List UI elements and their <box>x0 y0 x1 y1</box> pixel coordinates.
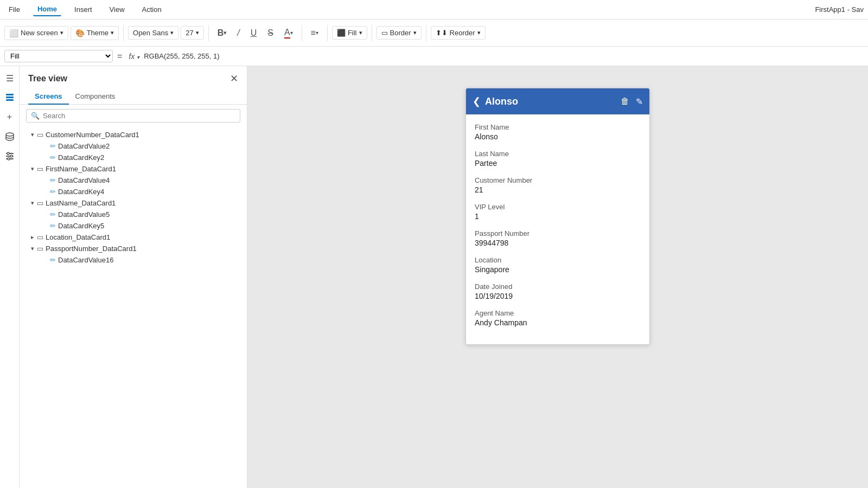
font-size-button[interactable]: 27 ▾ <box>181 26 203 40</box>
tab-components[interactable]: Components <box>69 89 122 105</box>
bold-button[interactable]: B ▾ <box>213 26 231 40</box>
tree-node-dcv4[interactable]: ✏ DataCardValue4 <box>20 175 247 186</box>
menu-item-file[interactable]: File <box>4 3 24 16</box>
tree-node-dcv5[interactable]: ✏ DataCardValue5 <box>20 209 247 220</box>
align-button[interactable]: ≡ ▾ <box>307 26 323 40</box>
child-icon-dck5: ✏ <box>50 222 56 230</box>
formula-bar: Fill = fx ▾ <box>0 47 868 66</box>
tree-node-passport[interactable]: ▾ ▭ PassportNumber_DataCard1 <box>20 243 247 254</box>
value-location: Singapore <box>475 265 641 274</box>
app-card: ❮ Alonso 🗑 ✎ First Name Alonso Last Name… <box>465 88 650 345</box>
card-title: Alonso <box>485 96 616 107</box>
fx-button[interactable]: fx ▾ <box>126 52 142 61</box>
font-color-button[interactable]: A ▾ <box>280 25 297 41</box>
tree-panel: Tree view ✕ Screens Components 🔍 ▾ ▭ Cus… <box>20 66 247 488</box>
underline-button[interactable]: U <box>246 26 261 40</box>
new-screen-button[interactable]: ⬜ New screen ▾ <box>4 26 68 40</box>
svg-rect-0 <box>6 94 14 95</box>
menu-item-view[interactable]: View <box>105 3 129 16</box>
tree-node-customer-number[interactable]: ▾ ▭ CustomerNumber_DataCard1 <box>20 129 247 140</box>
field-vip-level: VIP Level 1 <box>475 203 641 221</box>
theme-button[interactable]: 🎨 Theme ▾ <box>71 26 119 40</box>
group-icon-customer-number: ▭ <box>37 131 43 139</box>
tree-node-dcv2[interactable]: ✏ DataCardValue2 <box>20 140 247 152</box>
tree-node-lastname[interactable]: ▾ ▭ LastName_DataCard1 <box>20 197 247 209</box>
align-chevron-icon: ▾ <box>316 30 318 36</box>
value-agent-name: Andy Champan <box>475 318 641 327</box>
fill-icon: ⬛ <box>337 29 346 37</box>
svg-point-9 <box>8 158 10 160</box>
tree-node-location[interactable]: ▸ ▭ Location_DataCard1 <box>20 232 247 243</box>
svg-point-3 <box>6 133 14 136</box>
edit-icon[interactable]: ✎ <box>636 97 643 107</box>
fill-button[interactable]: ⬛ Fill ▾ <box>332 26 367 40</box>
card-actions: 🗑 ✎ <box>621 97 643 107</box>
delete-icon[interactable]: 🗑 <box>621 97 629 107</box>
tree-search-box: 🔍 <box>26 109 240 123</box>
field-passport-number: Passport Number 39944798 <box>475 229 641 247</box>
property-select[interactable]: Fill <box>4 50 113 62</box>
tree-tabs: Screens Components <box>20 89 247 105</box>
tree-node-dck5[interactable]: ✏ DataCardKey5 <box>20 220 247 232</box>
value-customer-number: 21 <box>475 185 641 194</box>
tab-screens[interactable]: Screens <box>28 89 69 105</box>
formula-input[interactable] <box>144 52 864 60</box>
italic-icon: / <box>237 28 239 38</box>
child-icon-dcv4: ✏ <box>50 176 56 184</box>
node-label-passport: PassportNumber_DataCard1 <box>46 245 137 253</box>
label-date-joined: Date Joined <box>475 282 641 291</box>
database-icon[interactable] <box>2 129 17 144</box>
controls-icon[interactable] <box>2 149 17 164</box>
theme-label: Theme <box>87 29 108 37</box>
bold-icon: B <box>218 28 224 38</box>
separator-4 <box>327 25 328 41</box>
theme-chevron-icon: ▾ <box>111 29 114 36</box>
chevron-firstname-icon: ▾ <box>28 165 37 172</box>
label-last-name: Last Name <box>475 150 641 158</box>
tree-node-dck2[interactable]: ✏ DataCardKey2 <box>20 152 247 163</box>
fill-label: Fill <box>348 29 357 37</box>
search-input[interactable] <box>43 112 235 120</box>
italic-button[interactable]: / <box>233 26 244 40</box>
node-label-dck2: DataCardKey2 <box>58 153 104 162</box>
new-screen-label: New screen <box>21 29 58 37</box>
child-icon-dcv2: ✏ <box>50 142 56 150</box>
tree-panel-title: Tree view <box>28 74 67 84</box>
hamburger-icon[interactable]: ☰ <box>2 70 17 86</box>
back-button[interactable]: ❮ <box>473 95 481 107</box>
reorder-label: Reorder <box>450 29 475 37</box>
font-size-chevron-icon: ▾ <box>196 29 199 36</box>
fill-chevron-icon: ▾ <box>359 29 362 36</box>
menu-item-insert[interactable]: Insert <box>70 3 97 16</box>
bold-chevron-icon: ▾ <box>224 30 226 36</box>
font-family-button[interactable]: Open Sans ▾ <box>128 26 178 40</box>
align-icon: ≡ <box>311 28 316 38</box>
node-label-dcv2: DataCardValue2 <box>58 142 110 150</box>
layers-icon[interactable] <box>2 90 17 105</box>
equals-sign: = <box>115 52 124 61</box>
label-agent-name: Agent Name <box>475 309 641 317</box>
separator-5 <box>372 25 372 41</box>
label-location: Location <box>475 256 641 264</box>
font-color-chevron-icon: ▾ <box>290 30 293 36</box>
plus-icon[interactable]: + <box>2 110 17 125</box>
border-button[interactable]: ▭ Border ▾ <box>376 26 422 40</box>
tree-node-firstname[interactable]: ▾ ▭ FirstName_DataCard1 <box>20 163 247 175</box>
tree-node-dcv16[interactable]: ✏ DataCardValue16 <box>20 254 247 266</box>
separator-1 <box>123 25 124 41</box>
menu-bar: File Home Insert View Action FirstApp1 -… <box>0 0 868 20</box>
strikethrough-button[interactable]: S <box>263 26 278 40</box>
fx-chevron-icon: ▾ <box>137 54 139 60</box>
tree-node-dck4[interactable]: ✏ DataCardKey4 <box>20 186 247 197</box>
value-vip-level: 1 <box>475 212 641 221</box>
separator-6 <box>426 25 426 41</box>
value-first-name: Alonso <box>475 132 641 141</box>
tree-close-button[interactable]: ✕ <box>230 73 238 85</box>
svg-point-7 <box>7 152 9 155</box>
menu-item-home[interactable]: Home <box>33 3 61 16</box>
menu-item-action[interactable]: Action <box>138 3 166 16</box>
svg-rect-2 <box>6 99 14 101</box>
reorder-button[interactable]: ⬆⬇ Reorder ▾ <box>431 26 486 40</box>
node-label-location: Location_DataCard1 <box>46 233 110 241</box>
app-card-header[interactable]: ❮ Alonso 🗑 ✎ <box>466 88 649 114</box>
